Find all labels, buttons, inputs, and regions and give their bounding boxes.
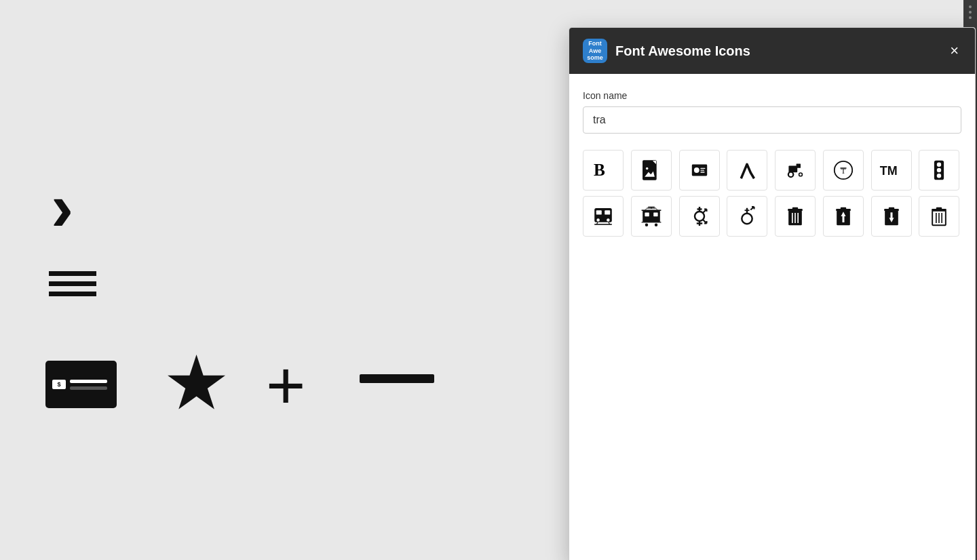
svg-rect-13	[700, 172, 704, 172]
svg-point-31	[596, 218, 599, 221]
svg-rect-12	[700, 169, 704, 170]
icon-strava[interactable]	[727, 150, 767, 191]
icon-tram[interactable]	[631, 196, 672, 237]
icon-trash-alt[interactable]	[919, 196, 959, 237]
icon-transgender[interactable]	[679, 196, 720, 237]
svg-point-8	[646, 167, 649, 170]
svg-rect-30	[605, 210, 610, 214]
money-check-icon: $	[45, 361, 117, 408]
svg-point-19	[799, 174, 801, 176]
sidebar-dot	[969, 5, 972, 8]
icon-tractor[interactable]	[775, 150, 816, 191]
star-icon: ★	[166, 353, 224, 417]
svg-rect-67	[792, 207, 798, 209]
svg-rect-73	[841, 207, 846, 209]
icon-search-input[interactable]	[583, 106, 961, 134]
svg-point-39	[645, 223, 647, 226]
svg-point-40	[655, 223, 657, 226]
icon-trash-arrow-up[interactable]	[823, 196, 864, 237]
icon-mars-stroke[interactable]	[727, 196, 767, 237]
svg-point-18	[789, 173, 792, 176]
svg-point-48	[695, 212, 704, 221]
plus-icon: +	[266, 351, 305, 419]
panel-header: FontAwesome Font Awesome Icons ×	[569, 28, 975, 74]
minus-icon	[360, 374, 434, 383]
svg-point-32	[607, 218, 609, 221]
svg-rect-37	[645, 212, 649, 216]
icon-train-subway[interactable]	[583, 196, 624, 237]
svg-rect-75	[842, 216, 844, 222]
hamburger-menu-icon	[49, 271, 96, 296]
font-awesome-panel: FontAwesome Font Awesome Icons × Icon na…	[569, 27, 976, 560]
fa-logo: FontAwesome	[583, 39, 607, 63]
close-button[interactable]: ×	[947, 41, 961, 61]
search-label: Icon name	[583, 90, 961, 101]
svg-text:B: B	[594, 161, 605, 179]
chevron-right-icon: ›	[51, 173, 73, 241]
panel-title: Font Awesome Icons	[615, 43, 939, 59]
icon-trash-restore[interactable]	[871, 196, 912, 237]
svg-rect-38	[653, 212, 657, 216]
svg-rect-80	[890, 212, 892, 218]
icon-file-image[interactable]	[631, 150, 672, 191]
svg-point-59	[742, 214, 752, 224]
panel-body: Icon name B	[569, 74, 975, 560]
icons-grid: B	[583, 150, 961, 237]
svg-rect-78	[888, 207, 894, 209]
icon-trash[interactable]	[775, 196, 816, 237]
svg-rect-11	[700, 168, 705, 169]
svg-rect-29	[596, 210, 602, 214]
svg-text:TM: TM	[879, 164, 897, 178]
icon-bold-b[interactable]: B	[583, 150, 624, 191]
icon-address-card[interactable]	[679, 150, 720, 191]
svg-rect-83	[936, 207, 942, 209]
icon-trademark[interactable]: TM	[871, 150, 912, 191]
svg-point-25	[937, 163, 941, 167]
sidebar-dot	[969, 16, 972, 19]
icon-circle-trademark[interactable]: T	[823, 150, 864, 191]
svg-point-10	[693, 167, 699, 173]
sidebar-dot	[969, 11, 972, 14]
svg-point-27	[937, 174, 941, 178]
icon-traffic-light[interactable]	[919, 150, 959, 191]
svg-rect-15	[797, 163, 801, 167]
svg-point-26	[937, 168, 941, 172]
